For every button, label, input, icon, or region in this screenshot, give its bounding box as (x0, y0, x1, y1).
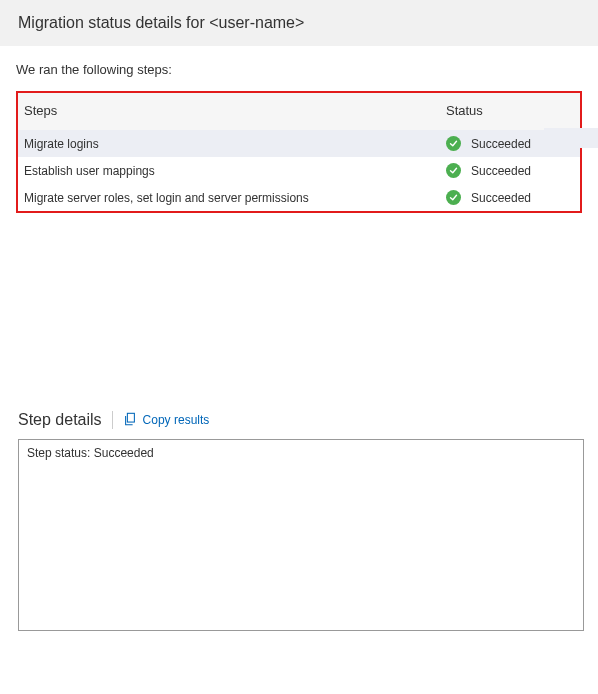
check-icon (446, 190, 461, 205)
spacer (0, 213, 598, 411)
row-overflow-strip (544, 128, 598, 148)
svg-rect-0 (127, 413, 134, 422)
table-row[interactable]: Migrate server roles, set login and serv… (18, 184, 580, 211)
check-icon (446, 163, 461, 178)
page-header: Migration status details for <user-name> (0, 0, 598, 46)
vertical-divider (112, 411, 113, 429)
intro-text: We ran the following steps: (16, 62, 582, 77)
check-icon (446, 136, 461, 151)
step-details-header: Step details Copy results (2, 411, 584, 435)
status-text: Succeeded (471, 191, 531, 205)
copy-results-label: Copy results (143, 413, 210, 427)
step-details-body: Step status: Succeeded (27, 446, 575, 460)
step-cell: Migrate logins (18, 130, 440, 157)
status-text: Succeeded (471, 164, 531, 178)
steps-table-box: Steps Status Migrate logins Succeeded (16, 91, 582, 213)
content-area: We ran the following steps: Steps Status… (0, 46, 598, 213)
step-cell: Establish user mappings (18, 157, 440, 184)
table-header-row: Steps Status (18, 93, 580, 130)
copy-icon (123, 412, 137, 429)
status-cell-wrap: Succeeded (440, 184, 580, 211)
copy-results-button[interactable]: Copy results (123, 412, 210, 429)
step-details-box[interactable]: Step status: Succeeded (18, 439, 584, 631)
table-row[interactable]: Establish user mappings Succeeded (18, 157, 580, 184)
table-row[interactable]: Migrate logins Succeeded (18, 130, 580, 157)
step-details-title: Step details (18, 411, 102, 429)
status-cell-wrap: Succeeded (440, 157, 580, 184)
col-header-steps: Steps (18, 93, 440, 130)
step-cell: Migrate server roles, set login and serv… (18, 184, 440, 211)
status-text: Succeeded (471, 137, 531, 151)
col-header-status: Status (440, 93, 580, 130)
steps-table: Steps Status Migrate logins Succeeded (18, 93, 580, 211)
page-title: Migration status details for <user-name> (18, 14, 582, 32)
